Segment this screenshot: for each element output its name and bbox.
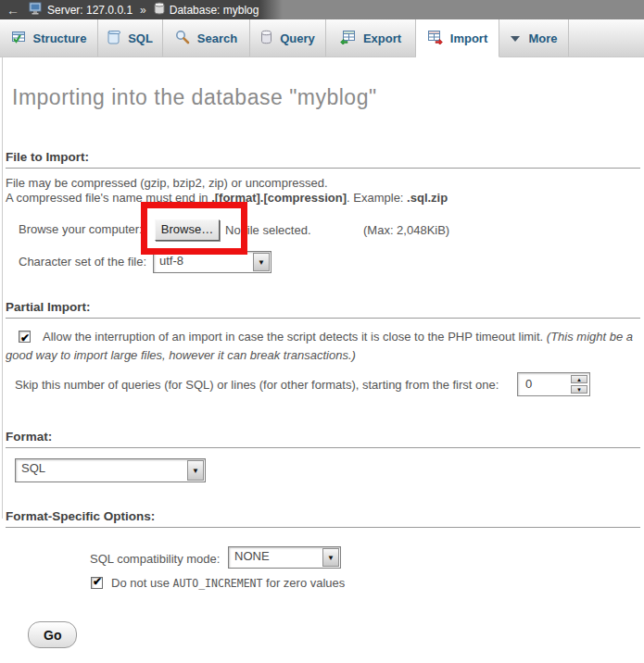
auto-increment-code: AUTO_INCREMENT	[173, 577, 263, 590]
import-arrow-icon	[427, 30, 443, 47]
tab-strip-filler	[569, 19, 644, 56]
spinner-up-icon[interactable]: ▲	[571, 375, 587, 383]
max-upload-size-text: (Max: 2,048KiB)	[363, 223, 449, 237]
format-selected-value: SQL	[16, 459, 186, 482]
allow-interruption-text: Allow the interruption of an import in c…	[43, 330, 547, 344]
charset-label: Character set of the file:	[19, 255, 146, 269]
dropdown-arrow-icon[interactable]	[187, 460, 204, 481]
allow-interruption-checkbox[interactable]	[19, 331, 31, 343]
compression-help-text: File may be compressed (gzip, bzip2, zip…	[6, 176, 448, 206]
sql-compatibility-select[interactable]: NONE	[228, 546, 341, 569]
tab-more[interactable]: More	[499, 19, 569, 56]
phpmyadmin-import-page: ← Server: 127.0.0.1 » Database: myblog S…	[0, 0, 644, 663]
section-heading-partial-import: Partial Import:	[6, 300, 640, 319]
go-button[interactable]: Go	[28, 621, 77, 648]
chevron-down-icon	[510, 31, 521, 45]
compression-line1: File may be compressed (gzip, bzip2, zip…	[6, 176, 448, 191]
tab-sql[interactable]: SQL	[98, 19, 163, 56]
content-left-border	[2, 57, 3, 519]
breadcrumb: Server: 127.0.0.1 » Database: myblog	[29, 2, 259, 18]
allow-interruption-row: Allow the interruption of an import in c…	[6, 328, 634, 365]
section-heading-file-to-import: File to Import:	[6, 150, 640, 169]
tab-label: SQL	[128, 31, 153, 45]
export-arrow-icon	[340, 30, 356, 47]
tab-structure[interactable]: Structure	[0, 19, 98, 56]
dropdown-arrow-icon[interactable]	[253, 253, 270, 271]
no-file-selected-text: No file selected.	[225, 223, 311, 237]
search-magnifier-icon	[175, 30, 190, 47]
dropdown-arrow-icon[interactable]	[322, 548, 339, 567]
zero-values-checkbox[interactable]	[91, 577, 103, 589]
skip-queries-input[interactable]: 0 ▲ ▼	[517, 372, 590, 396]
back-arrow-icon[interactable]: ←	[6, 3, 19, 18]
browse-button[interactable]: Browse…	[155, 219, 220, 241]
tab-import[interactable]: Import	[416, 19, 499, 57]
spinner-down-icon[interactable]: ▼	[571, 385, 587, 394]
tab-label: Export	[363, 31, 401, 45]
tab-label: Import	[450, 31, 487, 45]
breadcrumb-database-link[interactable]: Database: myblog	[170, 4, 259, 17]
spinner-buttons: ▲ ▼	[571, 375, 587, 394]
browse-label: Browse your computer:	[19, 222, 143, 236]
skip-queries-label: Skip this number of queries (for SQL) or…	[15, 378, 499, 392]
structure-table-icon	[11, 30, 26, 47]
breadcrumb-server-link[interactable]: Server: 127.0.0.1	[47, 4, 133, 17]
compression-line2: A compressed file's name must end in .[f…	[6, 191, 448, 206]
database-cylinder-icon	[154, 2, 165, 18]
tab-label: Search	[197, 31, 237, 45]
breadcrumb-separator: »	[140, 4, 146, 17]
tab-strip: Structure SQL Search Query Export	[0, 19, 644, 57]
tab-label: Structure	[33, 31, 87, 45]
breadcrumb-bar: ← Server: 127.0.0.1 » Database: myblog	[0, 0, 644, 19]
tab-label: Query	[280, 31, 315, 45]
tab-export[interactable]: Export	[326, 19, 416, 56]
sql-compatibility-value: NONE	[229, 547, 322, 568]
tab-query[interactable]: Query	[250, 19, 326, 56]
query-database-icon	[260, 30, 272, 47]
section-heading-format: Format:	[6, 430, 640, 448]
sql-page-icon	[107, 30, 120, 47]
zero-values-row: Do not use AUTO_INCREMENT for zero value…	[91, 576, 345, 590]
page-title: Importing into the database "myblog"	[12, 85, 377, 110]
tab-search[interactable]: Search	[163, 19, 250, 56]
skip-queries-value[interactable]: 0	[518, 373, 569, 395]
server-monitor-icon	[29, 2, 43, 18]
tab-label: More	[528, 31, 557, 45]
charset-selected-value: utf-8	[154, 252, 252, 272]
charset-select[interactable]: utf-8	[153, 251, 271, 273]
section-heading-format-options: Format-Specific Options:	[6, 509, 640, 528]
format-select[interactable]: SQL	[15, 458, 206, 482]
sql-compatibility-label: SQL compatibility mode:	[90, 552, 220, 566]
zero-values-label: Do not use AUTO_INCREMENT for zero value…	[111, 576, 345, 590]
